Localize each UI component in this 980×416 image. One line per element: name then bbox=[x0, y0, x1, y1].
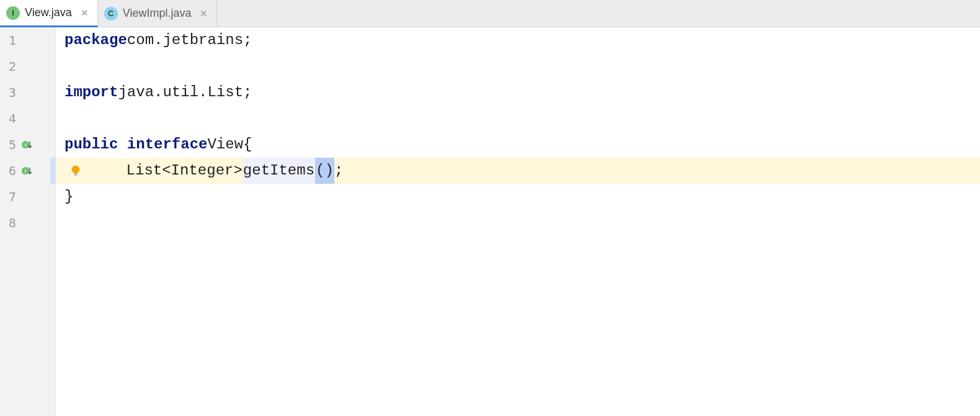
gutter-row[interactable]: 3 bbox=[0, 79, 55, 106]
line-number: 2 bbox=[2, 53, 16, 79]
line-number: 1 bbox=[2, 27, 16, 53]
gutter-row[interactable]: 5 I bbox=[0, 132, 55, 158]
keyword: interface bbox=[127, 132, 208, 158]
close-icon[interactable]: ✕ bbox=[77, 7, 89, 19]
gutter-row[interactable]: 7 bbox=[0, 184, 55, 210]
svg-text:I: I bbox=[25, 142, 26, 148]
tab-label: View.java bbox=[25, 6, 72, 19]
code-line[interactable]: import java.util.List; bbox=[65, 79, 980, 106]
line-number: 4 bbox=[2, 106, 16, 132]
implemented-icon[interactable]: I bbox=[21, 138, 33, 151]
keyword: package bbox=[65, 27, 127, 53]
code-line[interactable] bbox=[65, 106, 980, 132]
gutter-row[interactable]: 6 I bbox=[0, 158, 55, 184]
method-name: getItems bbox=[243, 158, 315, 184]
return-type: List<Integer> bbox=[127, 158, 243, 184]
code-token: com.jetbrains; bbox=[127, 27, 252, 53]
interface-icon: I bbox=[6, 6, 20, 20]
brace: { bbox=[243, 132, 252, 158]
code-line[interactable] bbox=[65, 210, 980, 236]
code-editor[interactable]: 1 2 3 4 5 I 6 I bbox=[0, 27, 980, 416]
line-number: 8 bbox=[2, 210, 16, 236]
line-number: 7 bbox=[2, 184, 16, 210]
code-line[interactable]: package com.jetbrains; bbox=[65, 27, 980, 53]
code-area[interactable]: package com.jetbrains; import java.util.… bbox=[56, 27, 980, 416]
tab-label: ViewImpl.java bbox=[123, 7, 192, 20]
tab-bar: I View.java ✕ C ViewImpl.java ✕ bbox=[0, 0, 980, 27]
gutter-row[interactable]: 1 bbox=[0, 27, 55, 53]
selection[interactable]: () bbox=[315, 158, 334, 184]
type-name: View bbox=[207, 132, 243, 158]
gutter[interactable]: 1 2 3 4 5 I 6 I bbox=[0, 27, 56, 416]
line-number: 6 bbox=[2, 158, 16, 184]
lightbulb-icon[interactable] bbox=[68, 165, 83, 177]
class-icon: C bbox=[104, 7, 118, 20]
indent bbox=[91, 158, 127, 184]
keyword: import bbox=[65, 79, 118, 106]
code-line[interactable]: } bbox=[65, 184, 980, 210]
brace: } bbox=[65, 184, 73, 210]
svg-rect-6 bbox=[74, 175, 78, 176]
tab-view-java[interactable]: I View.java ✕ bbox=[0, 0, 98, 27]
semicolon: ; bbox=[334, 158, 343, 184]
tab-viewimpl-java[interactable]: C ViewImpl.java ✕ bbox=[98, 0, 218, 27]
gutter-row[interactable]: 8 bbox=[0, 210, 55, 236]
implemented-icon[interactable]: I bbox=[21, 165, 33, 177]
keyword: public bbox=[65, 132, 118, 158]
code-line[interactable] bbox=[65, 53, 980, 79]
line-number: 3 bbox=[2, 79, 16, 106]
gutter-row[interactable]: 4 bbox=[0, 106, 55, 132]
gutter-row[interactable]: 2 bbox=[0, 53, 55, 79]
line-number: 5 bbox=[2, 132, 16, 158]
code-line[interactable]: public interface View { bbox=[65, 132, 980, 158]
svg-text:I: I bbox=[25, 168, 26, 174]
svg-point-4 bbox=[72, 166, 80, 174]
code-line-current[interactable]: List<Integer> getItems(); bbox=[56, 158, 980, 184]
close-icon[interactable]: ✕ bbox=[196, 8, 208, 19]
svg-rect-5 bbox=[74, 173, 78, 174]
code-token: java.util.List; bbox=[118, 79, 252, 106]
